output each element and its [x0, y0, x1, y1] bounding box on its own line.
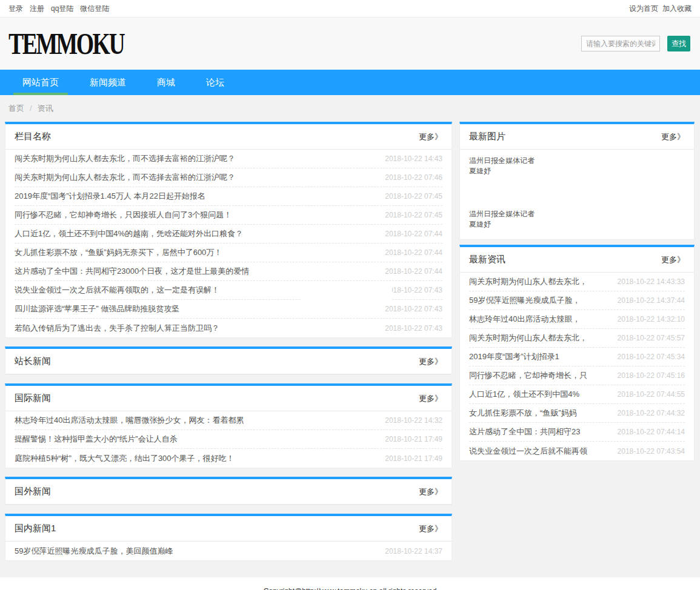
article-row[interactable]: 这片感动了全中国：共同相守23 2018-10-22 07:44:14: [469, 423, 685, 442]
topbar-left-links: 登录注册qq登陆微信登陆: [8, 4, 116, 14]
more-link[interactable]: 更多》: [419, 486, 442, 497]
news-panel: 国内新闻1 更多》 59岁倪萍近照曝光瘦成瓜子脸，美回颜值巅峰 2018-10-…: [5, 514, 452, 561]
site-header: TEMMOKU 查找: [0, 18, 700, 70]
topbar: 登录注册qq登陆微信登陆 设为首页加入收藏: [0, 0, 700, 18]
article-date: 2018-10-22 07:44: [385, 267, 442, 276]
article-date: 2018-10-21 17:49: [385, 435, 442, 443]
topbar-link[interactable]: 加入收藏: [662, 4, 692, 13]
article-row[interactable]: 说失业金领过一次之后就不能再领 2018-10-22 07:43:54: [469, 442, 685, 460]
article-title: 这片感动了全中国：共同相守23000个日夜，这才是世上最美的爱情: [15, 266, 249, 277]
article-date: 2018-10-22 07:43: [385, 305, 442, 313]
panel-header: 国际新闻 更多》: [5, 386, 452, 411]
article-row[interactable]: 女儿抓住彩票不放，“鱼贩”妈妈无奈买下，居然中了600万！ 2018-10-22…: [15, 244, 442, 262]
article-row[interactable]: 闯关东时期为何山东人都去东北，而不选择去富裕的江浙沪呢？ 2018-10-22 …: [15, 168, 442, 187]
article-row[interactable]: 若陷入传销后为了逃出去，失手杀了控制人算正当防卫吗？ 2018-10-22 07…: [15, 319, 442, 337]
search-input[interactable]: [581, 36, 660, 51]
news-panel: 国际新闻 更多》 林志玲年过40出席活动太辣眼，嘴唇微张扮少女，网友：看着都累 …: [5, 383, 452, 468]
article-row[interactable]: 提醒警惕！这种指甲盖大小的“纸片”会让人自杀 2018-10-21 17:49: [15, 430, 442, 449]
article-date: 2018-10-22 07:45:16: [618, 371, 685, 380]
article-list: 闯关东时期为何山东人都去东北，而不选择去富裕的江浙沪呢？ 2018-10-22 …: [5, 150, 452, 337]
article-row[interactable]: 庭院种植5种“树”，既大气又漂亮，结出了300个果子，很好吃！ 2018-10-…: [15, 449, 442, 468]
article-title: 同行惨不忍睹，它却神奇增长，只因接班人自问了3个狠问题！: [15, 210, 232, 220]
topbar-link[interactable]: 注册: [30, 4, 44, 13]
more-link[interactable]: 更多》: [661, 131, 685, 142]
nav-item[interactable]: 论坛: [197, 70, 233, 95]
article-title: 女儿抓住彩票不放，“鱼贩”妈妈: [469, 408, 577, 419]
article-title: 庭院种植5种“树”，既大气又漂亮，结出了300个果子，很好吃！: [15, 453, 235, 464]
article-title: 人口近1亿，领土还不到中国4%: [469, 389, 579, 400]
article-title: 同行惨不忍睹，它却神奇增长，只: [469, 370, 587, 381]
article-row[interactable]: 同行惨不忍睹，它却神奇增长，只 2018-10-22 07:45:16: [469, 366, 685, 385]
panel-header: 站长新闻 更多》: [5, 349, 452, 374]
article-date: 2018-10-22 07:43: [385, 324, 442, 333]
article-row[interactable]: 这片感动了全中国：共同相守23000个日夜，这才是世上最美的爱情 2018-10…: [15, 262, 442, 281]
panel-title: 国内新闻1: [15, 523, 56, 534]
article-row[interactable]: 人口近1亿，领土还不到中国4%的越南，凭啥还能对外出口粮食？ 2018-10-2…: [15, 225, 442, 244]
article-date: 2018-10-22 07:45: [385, 211, 442, 219]
article-title: 人口近1亿，领土还不到中国4%的越南，凭啥还能对外出口粮食？: [15, 228, 243, 239]
blank-overlay-patch: [301, 283, 392, 303]
image-caption: 温州日报全媒体记者: [469, 156, 685, 166]
panel-title: 站长新闻: [15, 356, 51, 367]
article-row[interactable]: 林志玲年过40出席活动太辣眼，嘴唇微张扮少女，网友：看着都累 2018-10-2…: [15, 411, 442, 430]
breadcrumb-home[interactable]: 首页: [8, 104, 24, 113]
article-row[interactable]: 闯关东时期为何山东人都去东北， 2018-10-22 14:43:33: [469, 273, 685, 291]
article-row[interactable]: 林志玲年过40出席活动太辣眼， 2018-10-22 14:32:10: [469, 310, 685, 329]
panel-header: 国外新闻 更多》: [5, 479, 452, 505]
article-row[interactable]: 2019年度“国考”计划招录1.45万人 本月22日起开始报名 2018-10-…: [15, 187, 442, 206]
image-item[interactable]: 温州日报全媒体记者 夏婕妤: [469, 156, 685, 176]
topbar-link[interactable]: 微信登陆: [80, 4, 109, 13]
article-row[interactable]: 女儿抓住彩票不放，“鱼贩”妈妈 2018-10-22 07:44:32: [469, 404, 685, 423]
article-row[interactable]: 2019年度“国考”计划招录1 2018-10-22 07:45:34: [469, 348, 685, 366]
image-caption: 温州日报全媒体记者: [469, 209, 685, 219]
article-title: 2019年度“国考”计划招录1: [469, 351, 559, 362]
article-date: 2018-10-22 14:32:10: [618, 315, 685, 323]
article-title: 四川盐源评选“苹果王子” 做强品牌助推脱贫攻坚: [15, 303, 179, 314]
nav-item[interactable]: 商城: [148, 70, 184, 95]
article-row[interactable]: 同行惨不忍睹，它却神奇增长，只因接班人自问了3个狠问题！ 2018-10-22 …: [15, 206, 442, 225]
panel-header: 最新资讯 更多》: [460, 247, 694, 273]
article-row[interactable]: 闯关东时期为何山东人都去东北，而不选择去富裕的江浙沪呢？ 2018-10-22 …: [15, 150, 442, 168]
article-date: 2018-10-22 14:37: [385, 547, 442, 555]
article-row[interactable]: 人口近1亿，领土还不到中国4% 2018-10-22 07:44:55: [469, 385, 685, 404]
article-date: 2018-10-22 07:44:14: [618, 428, 685, 436]
article-title: 闯关东时期为何山东人都去东北，而不选择去富裕的江浙沪呢？: [15, 172, 235, 183]
article-title: 闯关东时期为何山东人都去东北，而不选择去富裕的江浙沪呢？: [15, 153, 235, 164]
search-bar: 查找: [581, 36, 690, 51]
topbar-link[interactable]: 设为首页: [629, 4, 658, 13]
more-link[interactable]: 更多》: [419, 523, 442, 534]
article-row[interactable]: 59岁倪萍近照曝光瘦成瓜子脸，美回颜值巅峰 2018-10-22 14:37: [15, 542, 442, 560]
article-date: 2018-10-22 07:43: [385, 286, 442, 294]
nav-item[interactable]: 网站首页: [13, 70, 68, 95]
site-logo[interactable]: TEMMOKU: [8, 28, 124, 59]
article-list: 59岁倪萍近照曝光瘦成瓜子脸，美回颜值巅峰 2018-10-22 14:37: [5, 542, 452, 560]
news-panel: 站长新闻 更多》: [5, 346, 452, 375]
news-panel: 栏目名称 更多》 闯关东时期为何山东人都去东北，而不选择去富裕的江浙沪呢？ 20…: [5, 122, 452, 338]
search-button[interactable]: 查找: [667, 36, 690, 51]
article-date: 2018-10-22 07:45: [385, 192, 442, 201]
panel-title: 国外新闻: [15, 486, 51, 497]
article-title: 59岁倪萍近照曝光瘦成瓜子脸，: [469, 295, 580, 306]
latest-images-body: 温州日报全媒体记者 夏婕妤 温州日报全媒体记者 夏婕妤: [460, 150, 694, 239]
article-date: 2018-10-22 07:44:55: [618, 390, 685, 399]
image-item[interactable]: 温州日报全媒体记者 夏婕妤: [469, 209, 685, 230]
article-title: 林志玲年过40出席活动太辣眼，: [469, 314, 580, 325]
article-title: 59岁倪萍近照曝光瘦成瓜子脸，美回颜值巅峰: [15, 546, 173, 557]
topbar-link[interactable]: 登录: [8, 4, 23, 13]
breadcrumb-current[interactable]: 资讯: [38, 104, 53, 113]
article-row[interactable]: 闯关东时期为何山东人都去东北， 2018-10-22 07:45:57: [469, 329, 685, 348]
main-content: 栏目名称 更多》 闯关东时期为何山东人都去东北，而不选择去富裕的江浙沪呢？ 20…: [0, 121, 700, 569]
more-link[interactable]: 更多》: [419, 356, 442, 367]
more-link[interactable]: 更多》: [419, 131, 442, 142]
more-link[interactable]: 更多》: [419, 393, 442, 404]
panel-title: 最新图片: [469, 131, 505, 142]
panel-title: 栏目名称: [15, 131, 51, 142]
article-row[interactable]: 59岁倪萍近照曝光瘦成瓜子脸， 2018-10-22 14:37:44: [469, 291, 685, 310]
article-title: 林志玲年过40出席活动太辣眼，嘴唇微张扮少女，网友：看着都累: [15, 415, 244, 426]
more-link[interactable]: 更多》: [661, 254, 685, 265]
topbar-right-links: 设为首页加入收藏: [625, 4, 692, 14]
footer: Copyright@http://www.temmoku.cn all righ…: [0, 577, 700, 590]
panel-header: 栏目名称 更多》: [5, 124, 452, 150]
nav-item[interactable]: 新闻频道: [81, 70, 135, 95]
topbar-link[interactable]: qq登陆: [51, 4, 73, 13]
